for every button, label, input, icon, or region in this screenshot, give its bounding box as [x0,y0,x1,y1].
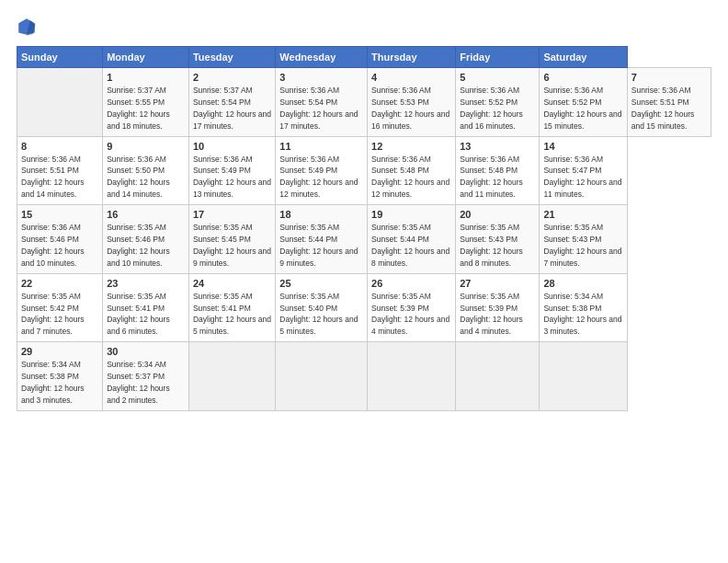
day-number: 10 [193,141,271,152]
day-info: Sunrise: 5:35 AMSunset: 5:44 PMDaylight:… [279,223,358,268]
empty-cell [17,68,103,137]
day-number: 7 [631,72,707,83]
table-row [368,342,456,411]
week-row-2: 8Sunrise: 5:36 AMSunset: 5:51 PMDaylight… [17,136,711,205]
col-header-sunday: Sunday [17,47,103,68]
header-row: SundayMondayTuesdayWednesdayThursdayFrid… [17,47,711,68]
col-header-thursday: Thursday [368,47,456,68]
table-row: 15Sunrise: 5:36 AMSunset: 5:46 PMDayligh… [17,205,103,274]
day-number: 16 [107,209,185,220]
table-row: 7Sunrise: 5:36 AMSunset: 5:51 PMDaylight… [627,68,711,137]
day-number: 3 [279,72,363,83]
header [17,17,711,37]
day-number: 6 [543,72,622,83]
day-info: Sunrise: 5:35 AMSunset: 5:41 PMDaylight:… [107,292,170,337]
week-row-1: 1Sunrise: 5:37 AMSunset: 5:55 PMDaylight… [17,68,711,137]
day-number: 12 [371,141,451,152]
table-row: 30Sunrise: 5:34 AMSunset: 5:37 PMDayligh… [103,342,189,411]
col-header-monday: Monday [103,47,189,68]
calendar-table: SundayMondayTuesdayWednesdayThursdayFrid… [17,46,711,411]
day-info: Sunrise: 5:36 AMSunset: 5:52 PMDaylight:… [543,86,621,131]
table-row: 10Sunrise: 5:36 AMSunset: 5:49 PMDayligh… [188,136,275,205]
day-info: Sunrise: 5:36 AMSunset: 5:51 PMDaylight:… [21,155,85,200]
table-row: 28Sunrise: 5:34 AMSunset: 5:38 PMDayligh… [540,273,627,342]
day-info: Sunrise: 5:36 AMSunset: 5:46 PMDaylight:… [21,223,85,268]
day-number: 4 [371,72,451,83]
day-info: Sunrise: 5:35 AMSunset: 5:39 PMDaylight:… [371,292,449,337]
day-number: 25 [279,278,363,289]
table-row: 17Sunrise: 5:35 AMSunset: 5:45 PMDayligh… [188,205,275,274]
day-info: Sunrise: 5:35 AMSunset: 5:45 PMDaylight:… [193,223,271,268]
col-header-saturday: Saturday [540,47,627,68]
day-number: 9 [107,141,185,152]
day-number: 15 [21,209,98,220]
day-info: Sunrise: 5:34 AMSunset: 5:38 PMDaylight:… [21,360,85,405]
day-number: 2 [193,72,271,83]
col-header-tuesday: Tuesday [188,47,275,68]
table-row: 21Sunrise: 5:35 AMSunset: 5:43 PMDayligh… [540,205,627,274]
day-number: 19 [371,209,451,220]
day-info: Sunrise: 5:36 AMSunset: 5:52 PMDaylight:… [460,86,523,131]
table-row: 5Sunrise: 5:36 AMSunset: 5:52 PMDaylight… [456,68,540,137]
day-info: Sunrise: 5:36 AMSunset: 5:47 PMDaylight:… [543,155,621,200]
day-info: Sunrise: 5:35 AMSunset: 5:46 PMDaylight:… [107,223,170,268]
table-row: 12Sunrise: 5:36 AMSunset: 5:48 PMDayligh… [368,136,456,205]
day-number: 21 [543,209,622,220]
table-row: 14Sunrise: 5:36 AMSunset: 5:47 PMDayligh… [540,136,627,205]
week-row-5: 29Sunrise: 5:34 AMSunset: 5:38 PMDayligh… [17,342,711,411]
table-row: 24Sunrise: 5:35 AMSunset: 5:41 PMDayligh… [188,273,275,342]
day-number: 20 [460,209,535,220]
day-info: Sunrise: 5:35 AMSunset: 5:44 PMDaylight:… [371,223,449,268]
page: SundayMondayTuesdayWednesdayThursdayFrid… [0,0,728,563]
col-header-friday: Friday [456,47,540,68]
day-number: 26 [371,278,451,289]
table-row: 27Sunrise: 5:35 AMSunset: 5:39 PMDayligh… [456,273,540,342]
table-row: 6Sunrise: 5:36 AMSunset: 5:52 PMDaylight… [540,68,627,137]
day-info: Sunrise: 5:36 AMSunset: 5:48 PMDaylight:… [460,155,523,200]
day-number: 14 [543,141,622,152]
day-info: Sunrise: 5:36 AMSunset: 5:49 PMDaylight:… [279,155,358,200]
table-row: 16Sunrise: 5:35 AMSunset: 5:46 PMDayligh… [103,205,189,274]
day-info: Sunrise: 5:36 AMSunset: 5:51 PMDaylight:… [631,86,695,131]
table-row: 22Sunrise: 5:35 AMSunset: 5:42 PMDayligh… [17,273,103,342]
table-row: 11Sunrise: 5:36 AMSunset: 5:49 PMDayligh… [276,136,368,205]
table-row: 26Sunrise: 5:35 AMSunset: 5:39 PMDayligh… [368,273,456,342]
table-row: 13Sunrise: 5:36 AMSunset: 5:48 PMDayligh… [456,136,540,205]
day-info: Sunrise: 5:36 AMSunset: 5:54 PMDaylight:… [279,86,358,131]
day-number: 23 [107,278,185,289]
day-info: Sunrise: 5:35 AMSunset: 5:39 PMDaylight:… [460,292,523,337]
col-header-wednesday: Wednesday [276,47,368,68]
day-number: 24 [193,278,271,289]
day-info: Sunrise: 5:37 AMSunset: 5:54 PMDaylight:… [193,86,271,131]
table-row: 20Sunrise: 5:35 AMSunset: 5:43 PMDayligh… [456,205,540,274]
table-row [456,342,540,411]
table-row: 9Sunrise: 5:36 AMSunset: 5:50 PMDaylight… [103,136,189,205]
day-number: 1 [107,72,185,83]
day-number: 13 [460,141,535,152]
day-info: Sunrise: 5:35 AMSunset: 5:43 PMDaylight:… [543,223,621,268]
day-info: Sunrise: 5:35 AMSunset: 5:43 PMDaylight:… [460,223,523,268]
day-info: Sunrise: 5:35 AMSunset: 5:40 PMDaylight:… [279,292,358,337]
day-number: 5 [460,72,535,83]
day-number: 8 [21,141,98,152]
day-number: 18 [279,209,363,220]
table-row: 1Sunrise: 5:37 AMSunset: 5:55 PMDaylight… [103,68,189,137]
day-info: Sunrise: 5:34 AMSunset: 5:37 PMDaylight:… [107,360,170,405]
day-number: 29 [21,346,98,357]
day-number: 22 [21,278,98,289]
table-row: 18Sunrise: 5:35 AMSunset: 5:44 PMDayligh… [276,205,368,274]
week-row-3: 15Sunrise: 5:36 AMSunset: 5:46 PMDayligh… [17,205,711,274]
table-row: 4Sunrise: 5:36 AMSunset: 5:53 PMDaylight… [368,68,456,137]
day-number: 17 [193,209,271,220]
week-row-4: 22Sunrise: 5:35 AMSunset: 5:42 PMDayligh… [17,273,711,342]
day-info: Sunrise: 5:36 AMSunset: 5:53 PMDaylight:… [371,86,449,131]
table-row: 19Sunrise: 5:35 AMSunset: 5:44 PMDayligh… [368,205,456,274]
table-row [276,342,368,411]
day-number: 30 [107,346,185,357]
table-row: 23Sunrise: 5:35 AMSunset: 5:41 PMDayligh… [103,273,189,342]
table-row: 25Sunrise: 5:35 AMSunset: 5:40 PMDayligh… [276,273,368,342]
logo-icon [17,17,37,37]
day-info: Sunrise: 5:36 AMSunset: 5:49 PMDaylight:… [193,155,271,200]
day-info: Sunrise: 5:35 AMSunset: 5:42 PMDaylight:… [21,292,85,337]
table-row: 3Sunrise: 5:36 AMSunset: 5:54 PMDaylight… [276,68,368,137]
